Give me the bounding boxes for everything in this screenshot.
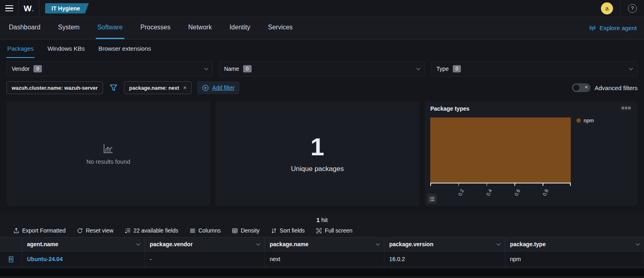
chevron-down-icon[interactable] bbox=[497, 242, 501, 246]
column-header-agent-name[interactable]: agent.name bbox=[22, 237, 145, 251]
panel-options-icon[interactable] bbox=[620, 105, 632, 111]
plus-circle-icon bbox=[202, 84, 209, 91]
cell-package-vendor: - bbox=[145, 251, 265, 267]
toggle-off-icon: × bbox=[585, 84, 588, 90]
table-toolbar: Export Formatted Reset view 22 available… bbox=[0, 226, 644, 237]
help-icon[interactable]: ? bbox=[628, 4, 637, 13]
tab-software[interactable]: Software bbox=[96, 17, 124, 39]
tab-system[interactable]: System bbox=[56, 17, 81, 39]
bar-chart-icon bbox=[103, 143, 114, 154]
package-types-panel: Package types 0.2 0.4 0.6 0.8 bbox=[425, 101, 638, 206]
broadcast-icon bbox=[589, 25, 596, 32]
menu-icon[interactable] bbox=[0, 0, 19, 17]
vendor-count-badge: 0 bbox=[33, 65, 42, 72]
topbar-right: a ? bbox=[601, 0, 644, 17]
close-icon[interactable]: × bbox=[183, 84, 186, 91]
unique-packages-panel: 1 Unique packages bbox=[215, 101, 419, 206]
chevron-down-icon[interactable] bbox=[256, 242, 260, 246]
vendor-select-label: Vendor bbox=[12, 66, 29, 72]
name-select[interactable]: Name 0 bbox=[219, 61, 425, 76]
chart-legend: npm bbox=[571, 117, 632, 204]
columns-button[interactable]: Columns bbox=[190, 227, 221, 234]
type-select-label: Type bbox=[436, 66, 448, 72]
chevron-down-icon[interactable] bbox=[636, 242, 640, 246]
no-results-text: No results found bbox=[86, 158, 130, 165]
wazuh-logo[interactable]: W. bbox=[19, 0, 39, 17]
cell-package-version: 16.0.2 bbox=[384, 251, 505, 267]
column-header-package-type[interactable]: package.type bbox=[505, 237, 644, 251]
tick-label: 0.4 bbox=[485, 188, 493, 197]
tab-processes[interactable]: Processes bbox=[139, 17, 172, 39]
filter-pill-package-name[interactable]: package.name: next × bbox=[124, 81, 192, 94]
cell-agent-name: Ubuntu-24.04 bbox=[22, 251, 145, 267]
metric-label: Unique packages bbox=[291, 165, 344, 173]
package-types-bar[interactable] bbox=[430, 117, 571, 183]
x-axis-tick-labels: 0.2 0.4 0.6 0.8 bbox=[430, 185, 571, 204]
filter-selects-row: Vendor 0 Name 0 Type 0 bbox=[0, 58, 644, 76]
chevron-down-icon bbox=[629, 66, 633, 70]
tab-dashboard[interactable]: Dashboard bbox=[7, 17, 42, 39]
columns-icon bbox=[190, 228, 196, 234]
visualization-panels: No results found 1 Unique packages Packa… bbox=[0, 94, 644, 206]
full-screen-button[interactable]: Full screen bbox=[316, 227, 352, 234]
sort-fields-button[interactable]: Sort fields bbox=[271, 227, 305, 234]
density-button[interactable]: Density bbox=[232, 227, 260, 234]
advanced-filters-toggle[interactable]: × bbox=[572, 83, 590, 92]
column-header-package-vendor[interactable]: package.vendor bbox=[145, 237, 265, 251]
table-header-row: agent.name package.vendor package.name p… bbox=[0, 237, 644, 251]
add-filter-button[interactable]: Add filter bbox=[197, 81, 239, 94]
tick-label: 0.6 bbox=[513, 188, 521, 197]
filter-pill-cluster-name[interactable]: wazuh.cluster.name: wazuh-server bbox=[6, 81, 103, 94]
tab-windows-kbs[interactable]: Windows KBs bbox=[47, 40, 86, 58]
filter-pill-text: package.name: next bbox=[129, 85, 179, 91]
reset-view-button[interactable]: Reset view bbox=[77, 227, 113, 234]
chevron-down-icon[interactable] bbox=[376, 242, 380, 246]
density-icon bbox=[232, 228, 238, 234]
tab-services[interactable]: Services bbox=[266, 17, 294, 39]
add-filter-label: Add filter bbox=[212, 84, 234, 91]
available-fields-button[interactable]: 22 available fields bbox=[125, 227, 178, 234]
agent-name-link[interactable]: Ubuntu-24.04 bbox=[27, 256, 63, 262]
sort-icon bbox=[271, 228, 277, 234]
chevron-down-icon bbox=[204, 66, 208, 70]
legend-item-npm[interactable]: npm bbox=[576, 117, 632, 124]
results-table-section: 1hit Export Formatted Reset view 22 avai… bbox=[0, 212, 644, 276]
vendor-select[interactable]: Vendor 0 bbox=[6, 61, 213, 76]
explore-agent-link[interactable]: Explore agent bbox=[589, 25, 637, 32]
legend-list-icon[interactable] bbox=[427, 194, 437, 204]
tab-network[interactable]: Network bbox=[186, 17, 213, 39]
fullscreen-icon bbox=[316, 228, 322, 234]
tick-label: 0.8 bbox=[541, 188, 549, 197]
type-select[interactable]: Type 0 bbox=[431, 61, 638, 76]
chevron-down-icon bbox=[417, 66, 421, 70]
filter-funnel-icon[interactable] bbox=[109, 84, 118, 92]
column-header-package-name[interactable]: package.name bbox=[265, 237, 384, 251]
toggle-knob bbox=[573, 84, 580, 91]
table-row: Ubuntu-24.04 - next 16.0.2 npm bbox=[0, 251, 644, 267]
software-subnav: Packages Windows KBs Browser extensions bbox=[0, 39, 644, 58]
vendors-panel-no-results: No results found bbox=[6, 101, 210, 206]
hits-value: 1 bbox=[316, 216, 320, 223]
export-formatted-button[interactable]: Export Formatted bbox=[13, 227, 66, 234]
filter-pills-row: wazuh.cluster.name: wazuh-server package… bbox=[0, 76, 644, 94]
hits-label: hit bbox=[321, 216, 328, 223]
filter-pill-text: wazuh.cluster.name: wazuh-server bbox=[12, 85, 98, 91]
tab-browser-extensions[interactable]: Browser extensions bbox=[97, 40, 152, 58]
top-header-bar: W. IT Hygiene a ? bbox=[0, 0, 644, 17]
main-nav: Dashboard System Software Processes Netw… bbox=[0, 17, 644, 39]
name-count-badge: 0 bbox=[243, 65, 252, 72]
column-header-package-version[interactable]: package.version bbox=[384, 237, 505, 251]
chevron-down-icon[interactable] bbox=[136, 242, 140, 246]
tab-packages[interactable]: Packages bbox=[6, 40, 35, 58]
legend-dot bbox=[576, 118, 581, 123]
logo-dot: . bbox=[31, 4, 34, 13]
page-bottom bbox=[0, 269, 644, 276]
breadcrumb-it-hygiene[interactable]: IT Hygiene bbox=[45, 3, 89, 14]
control-column-header bbox=[0, 237, 22, 251]
avatar[interactable]: a bbox=[601, 2, 613, 14]
package-types-chart: 0.2 0.4 0.6 0.8 npm bbox=[430, 117, 632, 204]
refresh-icon bbox=[77, 228, 83, 234]
metric-value: 1 bbox=[310, 134, 324, 159]
tab-identity[interactable]: Identity bbox=[228, 17, 252, 39]
expand-row-button[interactable] bbox=[0, 251, 22, 267]
